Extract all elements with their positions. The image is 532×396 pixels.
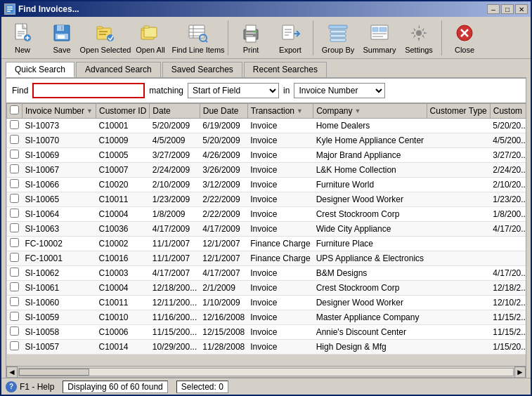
save-button[interactable]: Save <box>44 20 80 56</box>
tab-quick-search[interactable]: Quick Search <box>6 62 74 77</box>
row-checkbox[interactable] <box>10 326 19 336</box>
col-header-transaction: Transaction ▼ <box>247 104 313 119</box>
row-checkbox-cell <box>7 222 22 237</box>
save-icon <box>51 22 73 44</box>
company-cell: Major Brand Appliance <box>313 148 427 163</box>
invoice-number-cell: SI-10061 <box>22 281 96 296</box>
window-title: Find Invoices... <box>18 4 79 14</box>
found-status: Displaying 60 of 60 found <box>63 381 167 393</box>
matching-select[interactable]: Start of Field Any Part of Field Exact M… <box>188 83 279 98</box>
print-button[interactable]: Print <box>233 20 269 56</box>
tab-saved-searches[interactable]: Saved Searches <box>162 62 242 77</box>
open-selected-button[interactable]: Open Selected <box>83 20 128 56</box>
separator-1 <box>228 20 228 55</box>
transaction-cell: Invoice <box>247 281 313 296</box>
row-checkbox[interactable] <box>10 209 19 218</box>
row-checkbox[interactable] <box>10 135 19 144</box>
help-icon: ? <box>6 381 17 392</box>
find-line-items-button[interactable]: Find Line Items <box>173 20 223 56</box>
row-checkbox[interactable] <box>10 164 19 173</box>
date-cell: 4/17/2007 <box>150 266 200 281</box>
horizontal-scrollbar[interactable]: ◄ ► <box>6 366 526 377</box>
custom-cell: 4/5/200... <box>490 133 526 148</box>
transaction-cell: Invoice <box>247 296 313 310</box>
tab-advanced-search[interactable]: Advanced Search <box>76 62 161 77</box>
company-cell: Kyle Home Appliance Center <box>313 133 427 148</box>
customer-type-cell <box>427 119 490 133</box>
due-date-cell: 2/22/2009 <box>200 207 247 222</box>
custom-cell: 12/18/2... <box>490 281 526 296</box>
customer-type-cell <box>427 266 490 281</box>
transaction-filter-icon[interactable]: ▼ <box>297 107 303 114</box>
row-checkbox[interactable] <box>10 341 19 350</box>
table-row: SI-10070C100094/5/20095/20/2009InvoiceKy… <box>7 133 526 148</box>
in-label: in <box>283 86 290 95</box>
minimize-button[interactable]: – <box>487 4 500 14</box>
row-checkbox[interactable] <box>10 238 19 247</box>
new-button[interactable]: New <box>4 20 41 56</box>
help-section: ? F1 - Help <box>6 381 54 392</box>
tab-recent-searches[interactable]: Recent Searches <box>244 62 327 77</box>
date-cell: 3/27/2009 <box>150 148 200 163</box>
select-all-checkbox[interactable] <box>10 105 19 114</box>
maximize-button[interactable]: □ <box>501 4 514 14</box>
row-checkbox[interactable] <box>10 194 19 203</box>
find-input[interactable] <box>32 83 145 98</box>
row-checkbox-cell <box>7 325 22 340</box>
company-cell: Designer Wood Worker <box>313 192 427 207</box>
status-bar: ? F1 - Help Displaying 60 of 60 found Se… <box>1 378 531 395</box>
print-icon <box>240 22 262 44</box>
col-header-check <box>7 104 22 119</box>
customer-type-cell <box>427 237 490 251</box>
table-container: Invoice Number ▼ Customer ID Date Due Da… <box>6 103 526 378</box>
group-by-button[interactable]: Group By <box>318 20 358 56</box>
separator-2 <box>313 20 313 55</box>
row-checkbox[interactable] <box>10 282 19 291</box>
due-date-cell: 2/22/2009 <box>200 192 247 207</box>
customer-type-cell <box>427 133 490 148</box>
svg-rect-43 <box>330 30 346 33</box>
table-scroll[interactable]: Invoice Number ▼ Customer ID Date Due Da… <box>6 103 526 366</box>
row-checkbox[interactable] <box>10 297 19 306</box>
row-checkbox[interactable] <box>10 223 19 232</box>
transaction-cell: Invoice <box>247 310 313 325</box>
open-all-icon <box>139 22 162 44</box>
toolbar: New Save <box>1 17 531 59</box>
row-checkbox[interactable] <box>10 253 19 262</box>
row-checkbox[interactable] <box>10 150 19 159</box>
invoice-number-cell: SI-10059 <box>22 310 96 325</box>
table-row: FC-10001C1001611/1/200712/1/2007Finance … <box>7 251 526 266</box>
due-date-cell: 11/28/2008 <box>200 340 247 355</box>
custom-cell: 11/15/2... <box>490 310 526 325</box>
transaction-cell: Invoice <box>247 148 313 163</box>
export-button[interactable]: Export <box>272 20 309 56</box>
invoice-number-cell: SI-10065 <box>22 192 96 207</box>
in-select[interactable]: Invoice Number Customer ID Company Trans… <box>294 83 385 98</box>
invoice-number-cell: SI-10064 <box>22 207 96 222</box>
row-checkbox[interactable] <box>10 312 19 321</box>
scroll-thumb[interactable] <box>19 369 89 376</box>
invoice-number-filter-icon[interactable]: ▼ <box>86 107 93 114</box>
summary-button[interactable]: Summary <box>361 20 398 56</box>
date-cell: 4/17/2009 <box>150 222 200 237</box>
row-checkbox[interactable] <box>10 179 19 188</box>
open-all-button[interactable]: Open All <box>131 20 170 56</box>
settings-button[interactable]: Settings <box>401 20 437 56</box>
svg-rect-13 <box>61 26 63 30</box>
find-label: Find <box>12 86 28 95</box>
company-filter-icon[interactable]: ▼ <box>355 107 361 114</box>
date-cell: 11/1/2007 <box>150 237 200 251</box>
transaction-cell: Finance Charge <box>247 251 313 266</box>
row-checkbox[interactable] <box>10 120 19 129</box>
row-checkbox-cell <box>7 207 22 222</box>
date-cell: 11/1/2007 <box>150 251 200 266</box>
close-window-button[interactable]: ✕ <box>515 4 528 14</box>
invoices-table: Invoice Number ▼ Customer ID Date Due Da… <box>6 103 526 355</box>
scroll-right-button[interactable]: ► <box>514 367 526 378</box>
custom-cell: 5/20/20... <box>490 119 526 133</box>
row-checkbox[interactable] <box>10 268 19 277</box>
col-header-customer-id: Customer ID <box>96 104 149 119</box>
scroll-left-button[interactable]: ◄ <box>6 367 18 378</box>
close-button[interactable]: Close <box>446 20 483 56</box>
customer-id-cell: C10004 <box>96 281 149 296</box>
